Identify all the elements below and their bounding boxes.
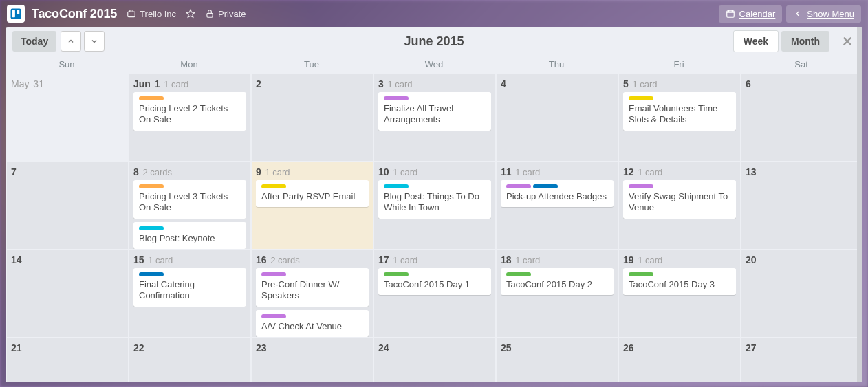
today-button[interactable]: Today	[12, 31, 56, 52]
day-header: Wed	[373, 55, 495, 73]
card-title: Pick-up Attendee Badges	[506, 191, 608, 202]
calendar-card[interactable]: Pricing Level 3 Tickets On Sale	[133, 180, 246, 219]
svg-rect-6	[726, 11, 734, 17]
calendar-cell[interactable]: 13	[740, 161, 862, 249]
cell-date: 9 1 card	[256, 166, 369, 177]
card-title: Email Volunteers Time Slots & Details	[629, 103, 730, 126]
next-button[interactable]	[84, 31, 105, 52]
card-title: A/V Check At Venue	[261, 321, 363, 332]
star-icon	[186, 9, 195, 19]
calendar-card[interactable]: Final Catering Confirmation	[133, 268, 246, 307]
calendar-cell[interactable]: 4	[495, 73, 618, 161]
cell-date: 19 1 card	[623, 254, 736, 265]
card-title: After Party RSVP Email	[261, 191, 363, 202]
calendar-cell[interactable]: 17 1 cardTacoConf 2015 Day 1	[373, 249, 495, 337]
view-month-button[interactable]: Month	[781, 31, 829, 52]
chevron-down-icon	[90, 37, 98, 45]
cell-date: 15 1 card	[133, 254, 246, 265]
cell-date: 25	[501, 342, 614, 353]
day-header: Mon	[128, 55, 250, 73]
cell-date: 6	[746, 78, 858, 89]
calendar-cell[interactable]: 23	[250, 337, 373, 382]
calendar-card[interactable]: Verify Swag Shipment To Venue	[623, 180, 736, 219]
svg-rect-2	[17, 10, 19, 14]
calendar-card[interactable]: TacoConf 2015 Day 1	[378, 268, 491, 295]
card-title: Pricing Level 2 Tickets On Sale	[139, 103, 241, 126]
board-header: TacoConf 2015 Trello Inc Private Calenda…	[0, 0, 868, 27]
calendar-card[interactable]: TacoConf 2015 Day 2	[501, 268, 614, 295]
calendar-cell[interactable]: 19 1 cardTacoConf 2015 Day 3	[618, 249, 740, 337]
visibility-button[interactable]: Private	[205, 9, 246, 19]
calendar-cell[interactable]: 18 1 cardTacoConf 2015 Day 2	[495, 249, 618, 337]
card-count: 1 card	[513, 167, 541, 177]
calendar-cell[interactable]: 25	[495, 337, 618, 382]
calendar-cell[interactable]: 22	[128, 337, 250, 382]
scrollbar[interactable]	[857, 27, 862, 382]
calendar-card[interactable]: A/V Check At Venue	[256, 310, 369, 337]
star-button[interactable]	[186, 9, 195, 19]
calendar-cell[interactable]: May 31	[6, 73, 128, 161]
board-title[interactable]: TacoConf 2015	[32, 7, 117, 21]
label-blue	[533, 184, 558, 188]
calendar-cell[interactable]: 27	[740, 337, 862, 382]
calendar-cell[interactable]: 10 1 cardBlog Post: Things To Do While I…	[373, 161, 495, 249]
calendar-card[interactable]: After Party RSVP Email	[256, 180, 369, 207]
calendar-cell[interactable]: 7	[6, 161, 128, 249]
calendar-cell[interactable]: 26	[618, 337, 740, 382]
calendar-card[interactable]: TacoConf 2015 Day 3	[623, 268, 736, 295]
cell-date: 7	[11, 166, 124, 177]
calendar-cell[interactable]: 6	[740, 73, 862, 161]
label-yellow	[261, 184, 286, 188]
calendar-cell[interactable]: 9 1 cardAfter Party RSVP Email	[250, 161, 373, 249]
svg-rect-5	[207, 13, 213, 17]
card-count: 1 card	[263, 167, 290, 177]
calendar-powerup-button[interactable]: Calendar	[719, 5, 783, 23]
org-link[interactable]: Trello Inc	[127, 9, 176, 19]
calendar-cell[interactable]: 8 2 cardsPricing Level 3 Tickets On Sale…	[128, 161, 250, 249]
cell-date: 12 1 card	[623, 166, 736, 177]
calendar-cell[interactable]: Jun 1 1 cardPricing Level 2 Tickets On S…	[128, 73, 250, 161]
label-yellow	[629, 96, 653, 100]
calendar-cell[interactable]: 14	[6, 249, 128, 337]
cell-date: May 31	[11, 78, 124, 89]
calendar-card[interactable]: Pricing Level 2 Tickets On Sale	[133, 92, 246, 131]
calendar-cell[interactable]: 24	[373, 337, 495, 382]
trello-logo-icon[interactable]	[7, 5, 25, 23]
label-purple	[629, 184, 653, 188]
calendar-cell[interactable]: 11 1 cardPick-up Attendee Badges	[495, 161, 618, 249]
calendar-card[interactable]: Blog Post: Things To Do While In Town	[378, 180, 491, 219]
calendar-cell[interactable]: 21	[6, 337, 128, 382]
cell-date: 4	[501, 78, 614, 89]
close-calendar-button[interactable]	[839, 33, 856, 49]
calendar-cell[interactable]: 15 1 cardFinal Catering Confirmation	[128, 249, 250, 337]
label-orange	[139, 96, 164, 100]
chevron-left-icon	[793, 9, 803, 19]
calendar-card[interactable]: Pick-up Attendee Badges	[501, 180, 614, 207]
cell-date: 14	[11, 254, 124, 265]
view-week-button[interactable]: Week	[733, 30, 779, 52]
card-labels	[506, 184, 608, 188]
label-purple	[506, 184, 531, 188]
calendar-card[interactable]: Finalize All Travel Arrangements	[378, 92, 491, 131]
cell-date: 23	[256, 342, 369, 353]
calendar-cell[interactable]: 5 1 cardEmail Volunteers Time Slots & De…	[618, 73, 740, 161]
calendar-cell[interactable]: 16 2 cardsPre-Conf Dinner W/ SpeakersA/V…	[250, 249, 373, 337]
card-labels	[629, 272, 730, 276]
cell-date: 24	[378, 342, 491, 353]
calendar-card[interactable]: Pre-Conf Dinner W/ Speakers	[256, 268, 369, 307]
calendar-cell[interactable]: 2	[250, 73, 373, 161]
calendar-cell[interactable]: 12 1 cardVerify Swag Shipment To Venue	[618, 161, 740, 249]
card-count: 1 card	[385, 79, 413, 89]
calendar-card[interactable]: Email Volunteers Time Slots & Details	[623, 92, 736, 131]
org-name: Trello Inc	[140, 9, 176, 19]
label-blue	[139, 272, 164, 276]
calendar-card[interactable]: Blog Post: Keynote	[133, 222, 246, 249]
card-labels	[384, 272, 486, 276]
calendar-cell[interactable]: 20	[740, 249, 862, 337]
show-menu-button[interactable]: Show Menu	[786, 5, 861, 23]
day-headers: SunMonTueWedThuFriSat	[6, 55, 862, 73]
svg-marker-4	[186, 10, 195, 17]
calendar-cell[interactable]: 3 1 cardFinalize All Travel Arrangements	[373, 73, 495, 161]
card-labels	[139, 272, 241, 276]
prev-button[interactable]	[61, 31, 81, 52]
